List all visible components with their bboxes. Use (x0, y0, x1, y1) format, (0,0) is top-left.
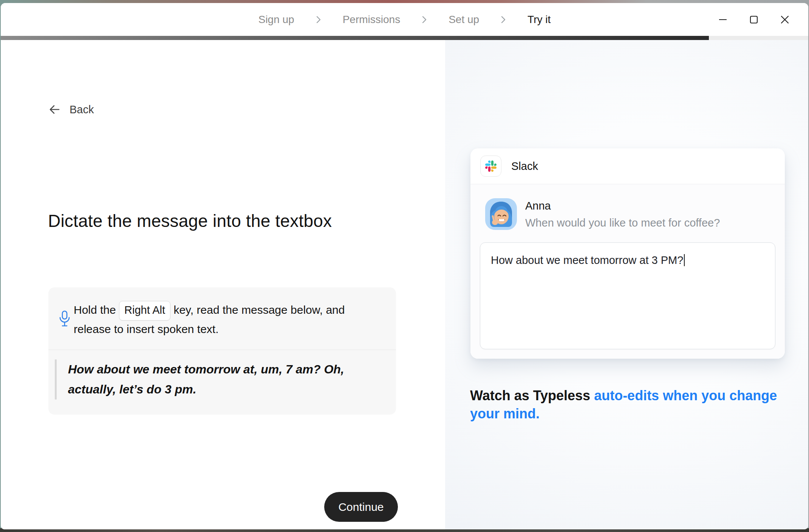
step-set-up: Set up (449, 14, 479, 26)
dictation-example-quote: How about we meet tomorrow at, um, 7 am?… (55, 359, 383, 399)
avatar (485, 198, 517, 230)
sender-name: Anna (525, 200, 720, 212)
microphone-icon (58, 310, 71, 327)
slack-app-badge (480, 156, 501, 177)
maximize-button[interactable] (746, 11, 762, 28)
right-alt-key-badge: Right Alt (119, 301, 170, 321)
textbox-value: How about we meet tomorrow at 3 PM? (491, 254, 683, 266)
close-button[interactable] (777, 11, 793, 28)
chevron-right-icon (421, 15, 427, 24)
close-icon (779, 14, 790, 25)
chevron-right-icon (316, 15, 322, 24)
text-caret (684, 254, 685, 266)
slack-app-name: Slack (511, 160, 538, 173)
back-button[interactable]: Back (48, 101, 94, 118)
continue-button[interactable]: Continue (324, 492, 398, 522)
step-permissions: Permissions (343, 14, 400, 26)
caption-black: Watch as Typeless (470, 388, 590, 403)
onboarding-stepper: Sign up Permissions Set up Try it (1, 3, 808, 36)
maximize-icon (748, 14, 760, 25)
chevron-right-icon (500, 15, 506, 24)
right-panel: Slack (445, 40, 808, 529)
window-controls (715, 3, 793, 36)
progress-bar (1, 36, 808, 40)
instruction-text-pre: Hold the (74, 304, 119, 316)
minimize-button[interactable] (715, 11, 731, 28)
step-sign-up: Sign up (258, 14, 294, 26)
instruction-card: Hold the Right Alt key, read the message… (48, 287, 396, 415)
back-label: Back (70, 103, 94, 116)
arrow-left-icon (48, 103, 60, 116)
slack-logo-icon (485, 160, 497, 172)
titlebar: Sign up Permissions Set up Try it (1, 3, 808, 36)
instruction-row: Hold the Right Alt key, read the message… (48, 287, 396, 350)
minimize-icon (717, 14, 729, 25)
sender-message: When would you like to meet for coffee? (525, 217, 720, 229)
step-try-it: Try it (527, 14, 551, 26)
slack-card-header: Slack (470, 148, 785, 184)
progress-fill (1, 36, 709, 40)
left-panel: Back Dictate the message into the textbo… (1, 40, 445, 529)
caption-text: Watch as Typeless auto-edits when you ch… (470, 387, 791, 423)
page-title: Dictate the message into the textbox (48, 211, 332, 231)
message-textbox[interactable]: How about we meet tomorrow at 3 PM? (480, 242, 775, 349)
slack-preview-card: Slack (470, 148, 785, 359)
app-window: Sign up Permissions Set up Try it (1, 3, 808, 529)
